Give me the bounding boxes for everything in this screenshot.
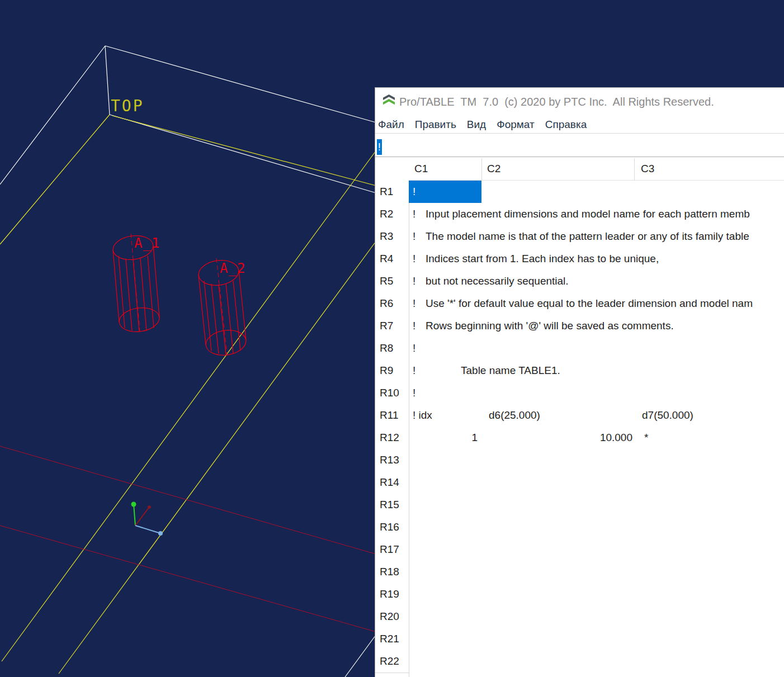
cell-text: d6(25.000) xyxy=(489,404,540,427)
cell-text: ! xyxy=(413,315,415,337)
row-header-R14[interactable]: R14 xyxy=(375,471,409,494)
cell-text: The model name is that of the pattern le… xyxy=(426,225,749,248)
window-title: Pro/TABLE TM 7.0 (c) 2020 by PTC Inc. Al… xyxy=(399,88,714,116)
row-header-R21[interactable]: R21 xyxy=(375,628,409,650)
table-row-R11[interactable]: ! idxd6(25.000)d7(50.000) xyxy=(375,404,784,427)
menu-item-format[interactable]: Формат xyxy=(497,119,535,131)
table-row-R4[interactable]: !Indices start from 1. Each index has to… xyxy=(375,248,784,270)
cell-text: ! xyxy=(413,225,415,248)
cell-text: Indices start from 1. Each index has to … xyxy=(426,248,659,270)
cell-text: Table name TABLE1. xyxy=(461,359,560,382)
formula-bar[interactable]: ! xyxy=(375,134,784,157)
cell-text: ! idx xyxy=(413,404,432,427)
cell-text: but not necessarily sequential. xyxy=(426,270,569,292)
cell-text: ! xyxy=(413,292,415,315)
cell-text: ! xyxy=(413,359,415,382)
plate-edges-white[interactable] xyxy=(0,46,376,677)
column-header-row: C1C2C3 xyxy=(375,157,784,181)
datum-lines-crimson[interactable] xyxy=(0,446,376,632)
cell-text: Rows beginning with '@' will be saved as… xyxy=(426,315,674,337)
table-row-R9[interactable]: !Table name TABLE1. xyxy=(375,359,784,382)
csys-triad[interactable] xyxy=(131,502,163,536)
cell-text: 10.000 xyxy=(600,427,632,449)
column-header-C1[interactable]: C1 xyxy=(414,157,428,181)
row-header-R19[interactable]: R19 xyxy=(375,583,409,605)
column-header-C3[interactable]: C3 xyxy=(641,157,654,181)
menubar: ФайлПравитьВидФорматСправка xyxy=(375,116,784,134)
csys-blue-axis xyxy=(135,525,163,536)
cell-text: ! xyxy=(413,337,415,359)
row-header-R22[interactable]: R22 xyxy=(375,650,409,673)
axis-label-a2[interactable]: A_2 xyxy=(220,261,245,276)
table-row-R6[interactable]: !Use '*' for default value equal to the … xyxy=(375,292,784,315)
row-header-R18[interactable]: R18 xyxy=(375,561,409,583)
cell-text: d7(50.000) xyxy=(642,404,693,427)
table-row-R7[interactable]: !Rows beginning with '@' will be saved a… xyxy=(375,315,784,337)
table-row-R8[interactable]: ! xyxy=(375,337,784,359)
menu-item-help[interactable]: Справка xyxy=(545,119,587,131)
csys-green-axis xyxy=(131,502,136,526)
table-row-R12[interactable]: 110.000* xyxy=(375,427,784,449)
cell-text: 1 xyxy=(471,427,478,449)
datum-label-top[interactable]: TOP xyxy=(111,97,144,115)
cell-text: * xyxy=(644,427,648,449)
row-header-R13[interactable]: R13 xyxy=(375,449,409,471)
row-header-R16[interactable]: R16 xyxy=(375,516,409,538)
cell-text: Use '*' for default value equal to the l… xyxy=(426,292,753,315)
selected-cell[interactable]: ! xyxy=(409,181,481,203)
menu-item-edit[interactable]: Править xyxy=(415,119,456,131)
cell-text: ! xyxy=(413,203,415,225)
column-separator xyxy=(481,158,482,181)
title-bar[interactable]: Pro/TABLE TM 7.0 (c) 2020 by PTC Inc. Al… xyxy=(375,88,784,116)
row-separator xyxy=(375,673,409,673)
table-row-R2[interactable]: !Input placement dimensions and model na… xyxy=(375,203,784,225)
row-header-R17[interactable]: R17 xyxy=(375,538,409,561)
protable-window: Pro/TABLE TM 7.0 (c) 2020 by PTC Inc. Al… xyxy=(375,87,784,677)
menu-item-view[interactable]: Вид xyxy=(467,119,486,131)
ptc-logo-icon xyxy=(382,94,395,107)
cell-text: ! xyxy=(413,270,415,292)
table-row-R10[interactable]: ! xyxy=(375,382,784,404)
table-row-R5[interactable]: !but not necessarily sequential. xyxy=(375,270,784,292)
cell-text: ! xyxy=(413,382,415,404)
column-header-C2[interactable]: C2 xyxy=(487,157,500,181)
column-separator xyxy=(634,158,635,181)
table-row-R3[interactable]: !The model name is that of the pattern l… xyxy=(375,225,784,248)
formula-cursor[interactable]: ! xyxy=(377,139,382,155)
csys-red-axis xyxy=(135,505,151,525)
axis-label-a1[interactable]: A_1 xyxy=(134,235,160,251)
plate-edges-yellow[interactable] xyxy=(0,115,376,674)
menu-item-file[interactable]: Файл xyxy=(378,119,404,131)
cell-text: Input placement dimensions and model nam… xyxy=(426,203,750,225)
cell-text: ! xyxy=(413,248,415,270)
row-header-R20[interactable]: R20 xyxy=(375,605,409,628)
screen: { "cad": { "labels": { "top_datum": "TOP… xyxy=(0,0,784,677)
row-header-R15[interactable]: R15 xyxy=(375,494,409,516)
row-header-R1[interactable]: R1 xyxy=(375,181,409,203)
